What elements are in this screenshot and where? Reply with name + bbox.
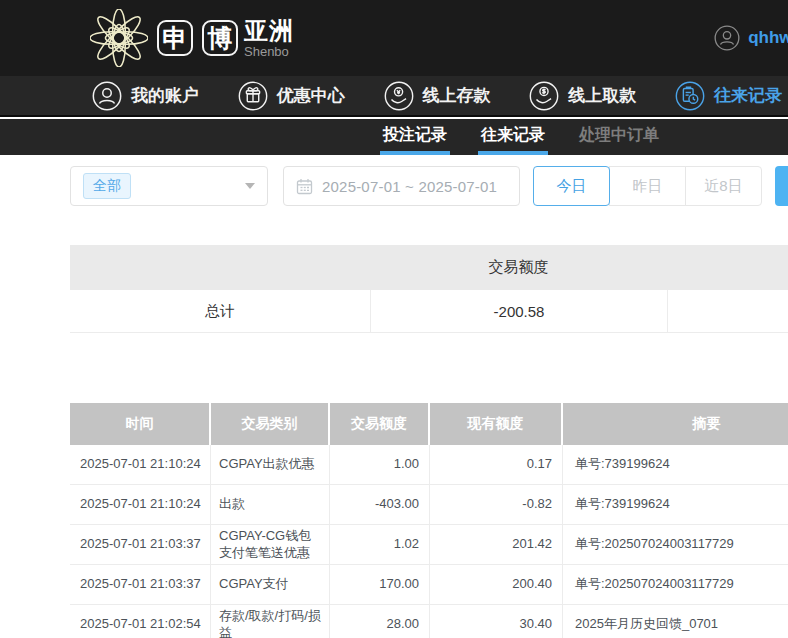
cell-balance: -0.82 [430,485,563,524]
col-header-type: 交易类别 [211,403,330,445]
records-tabbar: 投注记录 往来记录 处理中订单 [0,119,788,155]
cell-type: 存款/取款/打码/损益 [211,605,330,638]
table-row: 2025-07-01 21:10:24 出款 -403.00 -0.82 单号:… [70,485,788,525]
nav-label: 往来记录 [714,84,782,107]
cell-summary: 单号:739199624 [563,445,788,484]
calendar-icon [296,178,313,195]
nav-label: 优惠中心 [277,84,345,107]
summary-total-row: 总计 -200.58 [70,290,788,333]
records-icon [675,81,705,111]
transactions-table-header: 时间 交易类别 交易额度 现有额度 摘要 [70,403,788,445]
selected-filter-chip[interactable]: 全部 [83,173,131,199]
top-header: 申 博 亚洲 Shenbo qhhw2 [0,0,788,76]
date-range-input[interactable]: 2025-07-01 ~ 2025-07-01 [283,166,520,206]
col-header-summary: 摘要 [563,403,788,445]
nav-label: 线上取款 [568,84,636,107]
nav-item-my-account[interactable]: 我的账户 [92,81,199,111]
logo-subtitle: Shenbo [244,45,294,58]
tab-transaction-records[interactable]: 往来记录 [478,119,548,155]
table-row: 2025-07-01 21:03:37 CGPAY-CG钱包支付笔笔送优惠 1.… [70,525,788,565]
type-filter-select[interactable]: 全部 [70,166,268,206]
flower-logo-icon [90,9,148,67]
cell-type: CGPAY出款优惠 [211,445,330,484]
main-nav: 我的账户 优惠中心 线上存款 线上取款 [0,76,788,117]
cell-time: 2025-07-01 21:02:54 [70,605,211,638]
cell-summary: 2025年月历史回馈_0701 [563,605,788,638]
cell-summary: 单号:739199624 [563,485,788,524]
summary-total-amount: -200.58 [370,290,667,332]
cell-balance: 0.17 [430,445,563,484]
content-area: 全部 2025-07-01 ~ 2025-07-01 今日 昨日 近8日 交易额… [0,155,788,638]
date-range-value: 2025-07-01 ~ 2025-07-01 [322,178,497,195]
summary-empty-cell [667,290,788,332]
cell-type: CGPAY支付 [211,565,330,604]
quick-range-group: 今日 昨日 近8日 [533,166,762,206]
summary-table: 交易额度 总计 -200.58 [70,245,788,333]
cell-balance: 200.40 [430,565,563,604]
tab-label: 处理中订单 [579,125,659,146]
nav-label: 我的账户 [131,84,199,107]
cell-time: 2025-07-01 21:10:24 [70,485,211,524]
cell-time: 2025-07-01 21:03:37 [70,525,211,564]
gift-icon [238,81,268,111]
cell-summary: 单号:202507024003117729 [563,565,788,604]
cell-amount: 170.00 [330,565,430,604]
user-account[interactable]: qhhw2 [714,0,788,76]
nav-label: 线上存款 [423,84,491,107]
yesterday-button[interactable]: 昨日 [609,166,686,206]
brand-logo[interactable]: 申 博 亚洲 Shenbo [90,9,294,67]
cell-type: CGPAY-CG钱包支付笔笔送优惠 [211,525,330,564]
today-button[interactable]: 今日 [533,166,610,206]
tab-pending-orders[interactable]: 处理中订单 [576,119,662,155]
col-header-amount: 交易额度 [330,403,430,445]
username: qhhw2 [748,28,788,48]
transactions-table: 时间 交易类别 交易额度 现有额度 摘要 2025-07-01 21:10:24… [70,403,788,638]
nav-item-online-withdraw[interactable]: 线上取款 [529,81,636,111]
col-header-time: 时间 [70,403,211,445]
tab-label: 投注记录 [383,125,447,146]
cell-type: 出款 [211,485,330,524]
cell-balance: 30.40 [430,605,563,638]
logo-region: 亚洲 [244,19,294,43]
avatar-icon [714,25,740,51]
table-row: 2025-07-01 21:02:54 存款/取款/打码/损益 28.00 30… [70,605,788,638]
table-row: 2025-07-01 21:10:24 CGPAY出款优惠 1.00 0.17 … [70,445,788,485]
cell-time: 2025-07-01 21:10:24 [70,445,211,484]
nav-item-online-deposit[interactable]: 线上存款 [384,81,491,111]
summary-amount-header: 交易额度 [370,245,667,290]
cell-amount: -403.00 [330,485,430,524]
cell-summary: 单号:202507024003117729 [563,525,788,564]
cell-amount: 28.00 [330,605,430,638]
cell-amount: 1.00 [330,445,430,484]
cell-amount: 1.02 [330,525,430,564]
cell-time: 2025-07-01 21:03:37 [70,565,211,604]
search-submit-button[interactable] [775,166,788,206]
summary-total-label: 总计 [70,290,370,332]
chevron-down-icon [245,183,255,189]
withdraw-icon [529,81,559,111]
tab-bet-records[interactable]: 投注记录 [380,119,450,155]
last-8-days-button[interactable]: 近8日 [685,166,762,206]
user-icon [92,81,122,111]
summary-table-header: 交易额度 [70,245,788,290]
nav-item-transaction-records[interactable]: 往来记录 [675,81,782,111]
table-row: 2025-07-01 21:03:37 CGPAY支付 170.00 200.4… [70,565,788,605]
logo-char-shen: 申 [157,20,193,56]
cell-balance: 201.42 [430,525,563,564]
nav-item-promotions[interactable]: 优惠中心 [238,81,345,111]
logo-char-bo: 博 [202,20,238,56]
col-header-balance: 现有额度 [430,403,563,445]
deposit-icon [384,81,414,111]
tab-label: 往来记录 [481,125,545,146]
